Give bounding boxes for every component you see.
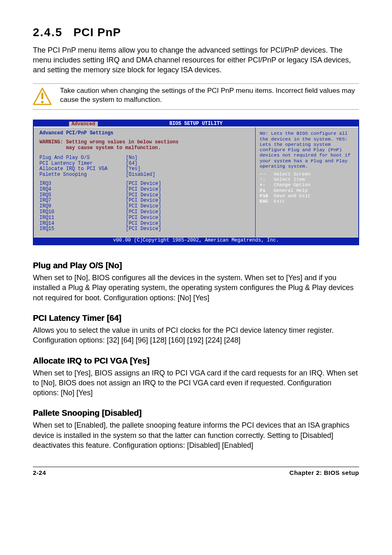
bios-setting-row[interactable]: Plug And Play O/S[No] xyxy=(39,155,251,161)
bios-setting-row[interactable]: PCI Lantency Timer[64] xyxy=(39,161,251,167)
bios-irq-row[interactable]: IRQ5[PCI Device] xyxy=(39,193,251,198)
section-heading: 2.4.5 PCI PnP xyxy=(33,25,359,40)
svg-rect-1 xyxy=(42,92,44,99)
subhead-pnp: Plug and Play O/S [No] xyxy=(33,260,359,271)
section-number: 2.4.5 xyxy=(33,26,62,39)
bios-irq-row[interactable]: IRQ3[PCI Device] xyxy=(39,181,251,187)
subbody-pnp: When set to [No], BIOS configures all th… xyxy=(33,273,359,303)
bios-warning: WARNING: Setting wrong values in below s… xyxy=(39,140,251,151)
caution-text: Take caution when changing the settings … xyxy=(60,86,359,104)
section-title: PCI PnP xyxy=(74,26,121,39)
bios-irq-row[interactable]: IRQ10[PCI Device] xyxy=(39,210,251,215)
subbody-irq: When set to [Yes], BIOS assigns an IRQ t… xyxy=(33,368,359,398)
bios-title: BIOS SETUP UTILITY xyxy=(169,121,223,127)
svg-point-2 xyxy=(41,101,44,103)
caution-icon xyxy=(33,87,52,106)
subhead-latency: PCI Latency Timer [64] xyxy=(33,313,359,324)
section-intro: The PCI PnP menu items allow you to chan… xyxy=(33,45,359,75)
bios-key-hint: ↑↓Select Item xyxy=(260,177,354,182)
bios-irq-row[interactable]: IRQ15[PCI Device] xyxy=(39,226,251,232)
chapter-label: Chapter 2: BIOS setup xyxy=(289,469,359,477)
page-footer: 2-24 Chapter 2: BIOS setup xyxy=(33,467,359,477)
bios-left-header: Advanced PCI/PnP Settings xyxy=(39,131,251,136)
bios-key-hint: +-Change Option xyxy=(260,182,354,187)
bios-left-pane: Advanced PCI/PnP Settings WARNING: Setti… xyxy=(34,127,256,237)
bios-irq-row[interactable]: IRQ7[PCI Device] xyxy=(39,198,251,204)
bios-key-hint: F1General Help xyxy=(260,188,354,193)
bios-footer: v00.00 (C)Copyright 1985-2002, American … xyxy=(34,237,358,244)
bios-setting-row[interactable]: Palette Snooping[Disabled] xyxy=(39,172,251,178)
bios-irq-row[interactable]: IRQ11[PCI Device] xyxy=(39,215,251,221)
caution-box: Take caution when changing the settings … xyxy=(33,83,359,110)
bios-screenshot: BIOS SETUP UTILITY Advanced Advanced PCI… xyxy=(33,120,359,245)
bios-key-hint: ←→Select Screen xyxy=(260,171,354,177)
bios-help-text: NO: Lets the BIOS configure all the devi… xyxy=(260,131,354,169)
subbody-palette: When set to [Enabled], the pallete snoop… xyxy=(33,420,359,450)
subhead-irq: Allocate IRQ to PCI VGA [Yes] xyxy=(33,355,359,366)
subhead-palette: Pallete Snooping [Disabled] xyxy=(33,408,359,419)
bios-setting-row[interactable]: Allocate IRQ to PCI VGA[Yes] xyxy=(39,166,251,172)
page-number: 2-24 xyxy=(33,469,46,477)
bios-right-pane: NO: Lets the BIOS configure all the devi… xyxy=(256,127,358,237)
subbody-latency: Allows you to select the value in units … xyxy=(33,325,359,345)
bios-irq-row[interactable]: IRQ4[PCI Device] xyxy=(39,187,251,193)
bios-irq-row[interactable]: IRQ9[PCI Device] xyxy=(39,204,251,210)
bios-title-bar: BIOS SETUP UTILITY Advanced xyxy=(34,120,358,127)
bios-tab-advanced[interactable]: Advanced xyxy=(69,122,98,127)
bios-key-hint: F10Save and Exit xyxy=(260,193,354,198)
bios-irq-row[interactable]: IRQ14[PCI Device] xyxy=(39,221,251,227)
bios-key-hint: ESCExit xyxy=(260,198,354,204)
